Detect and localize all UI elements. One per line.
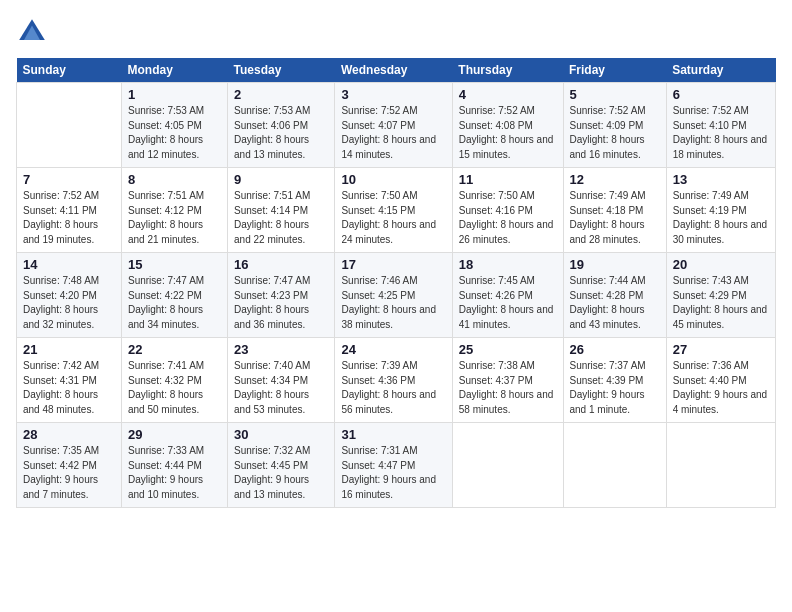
calendar-cell: 14Sunrise: 7:48 AMSunset: 4:20 PMDayligh… xyxy=(17,253,122,338)
day-number: 16 xyxy=(234,257,328,272)
day-info: Sunrise: 7:38 AMSunset: 4:37 PMDaylight:… xyxy=(459,359,557,417)
day-info: Sunrise: 7:51 AMSunset: 4:14 PMDaylight:… xyxy=(234,189,328,247)
day-info: Sunrise: 7:52 AMSunset: 4:09 PMDaylight:… xyxy=(570,104,660,162)
day-number: 23 xyxy=(234,342,328,357)
day-number: 24 xyxy=(341,342,445,357)
calendar-cell: 24Sunrise: 7:39 AMSunset: 4:36 PMDayligh… xyxy=(335,338,452,423)
calendar-cell: 31Sunrise: 7:31 AMSunset: 4:47 PMDayligh… xyxy=(335,423,452,508)
page-header xyxy=(16,16,776,48)
day-number: 19 xyxy=(570,257,660,272)
day-number: 4 xyxy=(459,87,557,102)
day-info: Sunrise: 7:51 AMSunset: 4:12 PMDaylight:… xyxy=(128,189,221,247)
day-number: 1 xyxy=(128,87,221,102)
calendar-cell: 19Sunrise: 7:44 AMSunset: 4:28 PMDayligh… xyxy=(563,253,666,338)
day-number: 31 xyxy=(341,427,445,442)
day-number: 30 xyxy=(234,427,328,442)
day-number: 25 xyxy=(459,342,557,357)
calendar-cell: 2Sunrise: 7:53 AMSunset: 4:06 PMDaylight… xyxy=(228,83,335,168)
day-number: 5 xyxy=(570,87,660,102)
calendar-cell: 26Sunrise: 7:37 AMSunset: 4:39 PMDayligh… xyxy=(563,338,666,423)
day-number: 17 xyxy=(341,257,445,272)
day-number: 28 xyxy=(23,427,115,442)
day-number: 10 xyxy=(341,172,445,187)
day-info: Sunrise: 7:49 AMSunset: 4:19 PMDaylight:… xyxy=(673,189,769,247)
calendar-cell: 28Sunrise: 7:35 AMSunset: 4:42 PMDayligh… xyxy=(17,423,122,508)
calendar-cell xyxy=(452,423,563,508)
calendar-cell: 3Sunrise: 7:52 AMSunset: 4:07 PMDaylight… xyxy=(335,83,452,168)
day-info: Sunrise: 7:53 AMSunset: 4:06 PMDaylight:… xyxy=(234,104,328,162)
calendar-cell: 9Sunrise: 7:51 AMSunset: 4:14 PMDaylight… xyxy=(228,168,335,253)
day-info: Sunrise: 7:50 AMSunset: 4:16 PMDaylight:… xyxy=(459,189,557,247)
day-number: 11 xyxy=(459,172,557,187)
calendar-week-row: 28Sunrise: 7:35 AMSunset: 4:42 PMDayligh… xyxy=(17,423,776,508)
day-info: Sunrise: 7:52 AMSunset: 4:11 PMDaylight:… xyxy=(23,189,115,247)
day-number: 9 xyxy=(234,172,328,187)
calendar-cell: 20Sunrise: 7:43 AMSunset: 4:29 PMDayligh… xyxy=(666,253,775,338)
calendar-week-row: 1Sunrise: 7:53 AMSunset: 4:05 PMDaylight… xyxy=(17,83,776,168)
day-info: Sunrise: 7:33 AMSunset: 4:44 PMDaylight:… xyxy=(128,444,221,502)
day-number: 6 xyxy=(673,87,769,102)
day-number: 29 xyxy=(128,427,221,442)
calendar-cell: 30Sunrise: 7:32 AMSunset: 4:45 PMDayligh… xyxy=(228,423,335,508)
day-info: Sunrise: 7:31 AMSunset: 4:47 PMDaylight:… xyxy=(341,444,445,502)
calendar-week-row: 7Sunrise: 7:52 AMSunset: 4:11 PMDaylight… xyxy=(17,168,776,253)
calendar-cell xyxy=(17,83,122,168)
day-number: 18 xyxy=(459,257,557,272)
day-number: 26 xyxy=(570,342,660,357)
day-info: Sunrise: 7:52 AMSunset: 4:07 PMDaylight:… xyxy=(341,104,445,162)
day-info: Sunrise: 7:47 AMSunset: 4:23 PMDaylight:… xyxy=(234,274,328,332)
logo-icon xyxy=(16,16,48,48)
day-info: Sunrise: 7:43 AMSunset: 4:29 PMDaylight:… xyxy=(673,274,769,332)
calendar-cell: 5Sunrise: 7:52 AMSunset: 4:09 PMDaylight… xyxy=(563,83,666,168)
day-info: Sunrise: 7:52 AMSunset: 4:10 PMDaylight:… xyxy=(673,104,769,162)
calendar-cell: 22Sunrise: 7:41 AMSunset: 4:32 PMDayligh… xyxy=(122,338,228,423)
calendar-week-row: 14Sunrise: 7:48 AMSunset: 4:20 PMDayligh… xyxy=(17,253,776,338)
day-number: 15 xyxy=(128,257,221,272)
calendar-cell: 29Sunrise: 7:33 AMSunset: 4:44 PMDayligh… xyxy=(122,423,228,508)
day-number: 22 xyxy=(128,342,221,357)
calendar-cell: 1Sunrise: 7:53 AMSunset: 4:05 PMDaylight… xyxy=(122,83,228,168)
day-info: Sunrise: 7:40 AMSunset: 4:34 PMDaylight:… xyxy=(234,359,328,417)
day-info: Sunrise: 7:44 AMSunset: 4:28 PMDaylight:… xyxy=(570,274,660,332)
day-info: Sunrise: 7:53 AMSunset: 4:05 PMDaylight:… xyxy=(128,104,221,162)
day-info: Sunrise: 7:35 AMSunset: 4:42 PMDaylight:… xyxy=(23,444,115,502)
calendar-cell: 11Sunrise: 7:50 AMSunset: 4:16 PMDayligh… xyxy=(452,168,563,253)
calendar-cell xyxy=(666,423,775,508)
calendar-cell: 23Sunrise: 7:40 AMSunset: 4:34 PMDayligh… xyxy=(228,338,335,423)
day-number: 8 xyxy=(128,172,221,187)
day-number: 7 xyxy=(23,172,115,187)
day-info: Sunrise: 7:32 AMSunset: 4:45 PMDaylight:… xyxy=(234,444,328,502)
day-info: Sunrise: 7:39 AMSunset: 4:36 PMDaylight:… xyxy=(341,359,445,417)
calendar-cell: 10Sunrise: 7:50 AMSunset: 4:15 PMDayligh… xyxy=(335,168,452,253)
calendar-week-row: 21Sunrise: 7:42 AMSunset: 4:31 PMDayligh… xyxy=(17,338,776,423)
weekday-header: Friday xyxy=(563,58,666,83)
day-number: 12 xyxy=(570,172,660,187)
day-number: 21 xyxy=(23,342,115,357)
calendar-cell: 13Sunrise: 7:49 AMSunset: 4:19 PMDayligh… xyxy=(666,168,775,253)
calendar-cell xyxy=(563,423,666,508)
weekday-header: Tuesday xyxy=(228,58,335,83)
calendar-header: SundayMondayTuesdayWednesdayThursdayFrid… xyxy=(17,58,776,83)
weekday-row: SundayMondayTuesdayWednesdayThursdayFrid… xyxy=(17,58,776,83)
calendar-cell: 12Sunrise: 7:49 AMSunset: 4:18 PMDayligh… xyxy=(563,168,666,253)
day-info: Sunrise: 7:41 AMSunset: 4:32 PMDaylight:… xyxy=(128,359,221,417)
day-info: Sunrise: 7:42 AMSunset: 4:31 PMDaylight:… xyxy=(23,359,115,417)
day-number: 3 xyxy=(341,87,445,102)
calendar-table: SundayMondayTuesdayWednesdayThursdayFrid… xyxy=(16,58,776,508)
day-number: 2 xyxy=(234,87,328,102)
weekday-header: Monday xyxy=(122,58,228,83)
day-number: 14 xyxy=(23,257,115,272)
weekday-header: Saturday xyxy=(666,58,775,83)
day-info: Sunrise: 7:49 AMSunset: 4:18 PMDaylight:… xyxy=(570,189,660,247)
calendar-cell: 8Sunrise: 7:51 AMSunset: 4:12 PMDaylight… xyxy=(122,168,228,253)
calendar-cell: 25Sunrise: 7:38 AMSunset: 4:37 PMDayligh… xyxy=(452,338,563,423)
calendar-cell: 4Sunrise: 7:52 AMSunset: 4:08 PMDaylight… xyxy=(452,83,563,168)
calendar-cell: 15Sunrise: 7:47 AMSunset: 4:22 PMDayligh… xyxy=(122,253,228,338)
weekday-header: Wednesday xyxy=(335,58,452,83)
day-info: Sunrise: 7:47 AMSunset: 4:22 PMDaylight:… xyxy=(128,274,221,332)
calendar-cell: 6Sunrise: 7:52 AMSunset: 4:10 PMDaylight… xyxy=(666,83,775,168)
day-info: Sunrise: 7:45 AMSunset: 4:26 PMDaylight:… xyxy=(459,274,557,332)
calendar-cell: 18Sunrise: 7:45 AMSunset: 4:26 PMDayligh… xyxy=(452,253,563,338)
weekday-header: Thursday xyxy=(452,58,563,83)
calendar-cell: 21Sunrise: 7:42 AMSunset: 4:31 PMDayligh… xyxy=(17,338,122,423)
